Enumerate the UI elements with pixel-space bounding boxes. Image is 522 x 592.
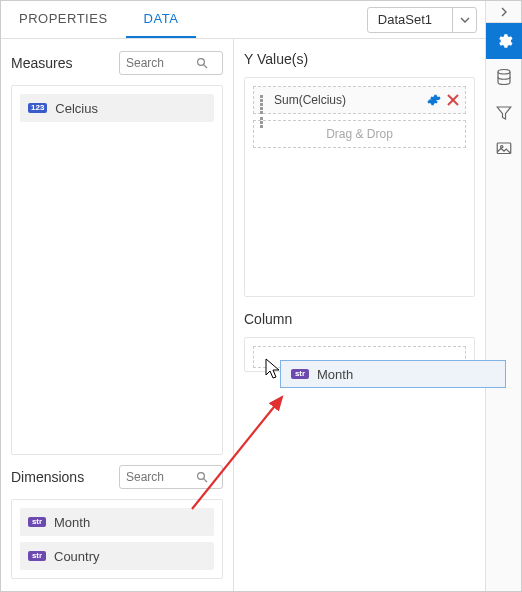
string-type-icon: str (291, 369, 309, 379)
string-type-icon: str (28, 517, 46, 527)
string-type-icon: str (28, 551, 46, 561)
tab-data[interactable]: DATA (126, 1, 197, 38)
svg-point-2 (198, 473, 205, 480)
dimensions-search[interactable] (119, 465, 223, 489)
dimensions-title: Dimensions (11, 469, 84, 485)
rail-filter-button[interactable] (486, 95, 522, 131)
measures-title: Measures (11, 55, 72, 71)
search-icon (196, 57, 208, 69)
rail-data-button[interactable] (486, 59, 522, 95)
svg-line-3 (204, 479, 207, 482)
dimension-pill[interactable]: str Country (20, 542, 214, 570)
drag-ghost-label: Month (317, 367, 353, 382)
panel-header: PROPERTIES DATA DataSet1 (1, 1, 485, 39)
svg-line-1 (204, 65, 207, 68)
column-title: Column (244, 311, 475, 327)
number-type-icon: 123 (28, 103, 47, 113)
measure-pill[interactable]: 123 Celcius (20, 94, 214, 122)
rail-settings-button[interactable] (486, 23, 522, 59)
collapse-rail-button[interactable] (486, 1, 521, 23)
drag-handle-icon[interactable] (260, 95, 268, 106)
drag-ghost-pill: str Month (280, 360, 506, 388)
measures-list: 123 Celcius (11, 85, 223, 455)
search-icon (196, 471, 208, 483)
measures-search[interactable] (119, 51, 223, 75)
svg-point-0 (198, 59, 205, 66)
measure-label: Celcius (55, 101, 98, 116)
dimension-label: Country (54, 549, 100, 564)
right-rail (485, 1, 521, 591)
yvalue-label: Sum(Celcius) (274, 93, 421, 107)
fields-panel: Measures 123 Celcius Dimensions (1, 39, 234, 591)
dimensions-search-input[interactable] (126, 470, 196, 484)
gear-icon[interactable] (427, 93, 441, 107)
bindings-panel: Y Value(s) Sum(Celcius) (234, 39, 485, 591)
drop-hint[interactable]: Drag & Drop (253, 120, 466, 148)
tab-properties[interactable]: PROPERTIES (1, 1, 126, 38)
dimensions-list: str Month str Country (11, 499, 223, 579)
yvalues-title: Y Value(s) (244, 51, 475, 67)
remove-icon[interactable] (447, 94, 459, 106)
dataset-select[interactable]: DataSet1 (367, 7, 477, 33)
tabs: PROPERTIES DATA (1, 1, 196, 38)
dimension-label: Month (54, 515, 90, 530)
svg-point-6 (498, 70, 510, 75)
yvalue-item[interactable]: Sum(Celcius) (253, 86, 466, 114)
dataset-name: DataSet1 (368, 12, 452, 27)
measures-search-input[interactable] (126, 56, 196, 70)
dimension-pill[interactable]: str Month (20, 508, 214, 536)
chevron-down-icon[interactable] (452, 8, 476, 32)
rail-image-button[interactable] (486, 131, 522, 167)
yvalues-dropzone[interactable]: Sum(Celcius) Drag & Drop (244, 77, 475, 297)
